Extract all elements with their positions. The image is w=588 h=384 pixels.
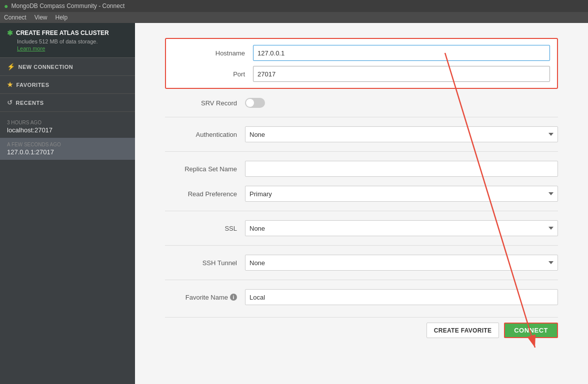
title-text: MongoDB Compass Community - Connect xyxy=(11,2,124,9)
recent-item-host-0: localhost:27017 xyxy=(7,126,128,134)
favorite-name-label-container: Favorite Name i xyxy=(165,294,245,301)
recents-section: ↺ RECENTS xyxy=(0,94,135,112)
favorite-name-input[interactable] xyxy=(245,289,558,305)
ssh-tunnel-row: SSH Tunnel None Use Password Use Identit… xyxy=(165,255,558,271)
new-connection-title[interactable]: ⚡ NEW CONNECTION xyxy=(7,63,128,70)
replica-set-label: Replica Set Name xyxy=(165,165,245,173)
read-preference-label: Read Preference xyxy=(165,190,245,198)
sidebar: ✱ CREATE FREE ATLAS CLUSTER Includes 512… xyxy=(0,23,135,384)
atlas-banner-subtitle: Includes 512 MB of data storage. xyxy=(7,38,128,44)
ssl-label: SSL xyxy=(165,225,245,232)
favorite-name-info-icon[interactable]: i xyxy=(230,294,237,301)
title-bar: ● MongoDB Compass Community - Connect xyxy=(0,0,588,12)
atlas-learn-more-link[interactable]: Learn more xyxy=(7,45,128,51)
menu-view[interactable]: View xyxy=(34,14,48,21)
menu-connect[interactable]: Connect xyxy=(4,14,26,21)
hostname-row: Hostname xyxy=(173,45,550,61)
replica-set-row: Replica Set Name xyxy=(165,161,558,177)
atlas-icon: ✱ xyxy=(7,29,13,37)
divider-4 xyxy=(165,245,558,246)
replica-set-input[interactable] xyxy=(245,161,558,177)
favorite-name-label: Favorite Name xyxy=(186,294,228,301)
ssh-tunnel-select[interactable]: None Use Password Use Identity File xyxy=(245,255,558,271)
recents-icon: ↺ xyxy=(7,99,13,106)
recent-item-localhost[interactable]: 3 HOURS AGO localhost:27017 xyxy=(0,116,135,138)
srv-record-toggle[interactable] xyxy=(245,98,265,108)
port-input[interactable] xyxy=(253,66,550,82)
ssl-row: SSL None System CA / Atlas Deployment Se… xyxy=(165,220,558,236)
recent-items-list: 3 HOURS AGO localhost:27017 A FEW SECOND… xyxy=(0,112,135,160)
hostname-input[interactable] xyxy=(253,45,550,61)
port-label: Port xyxy=(173,70,253,78)
favorites-icon: ★ xyxy=(7,81,14,88)
recent-item-time-1: A FEW SECONDS AGO xyxy=(7,142,128,147)
srv-record-row: SRV Record xyxy=(165,98,558,108)
recents-label: RECENTS xyxy=(16,100,44,106)
favorites-title[interactable]: ★ FAVORITES xyxy=(7,81,128,88)
menu-bar: Connect View Help xyxy=(0,12,588,23)
menu-help[interactable]: Help xyxy=(56,14,68,21)
new-connection-section[interactable]: ⚡ NEW CONNECTION xyxy=(0,58,135,76)
read-preference-select[interactable]: Primary Primary Preferred Secondary Seco… xyxy=(245,186,558,202)
recents-title[interactable]: ↺ RECENTS xyxy=(7,99,128,106)
title-dot: ● xyxy=(4,2,8,10)
divider-3 xyxy=(165,211,558,211)
read-preference-row: Read Preference Primary Primary Preferre… xyxy=(165,186,558,202)
atlas-banner[interactable]: ✱ CREATE FREE ATLAS CLUSTER Includes 512… xyxy=(0,23,135,58)
new-connection-label: NEW CONNECTION xyxy=(18,64,74,70)
atlas-banner-heading: CREATE FREE ATLAS CLUSTER xyxy=(16,29,109,36)
favorites-section[interactable]: ★ FAVORITES xyxy=(0,76,135,94)
bottom-actions: CREATE FAVORITE CONNECT xyxy=(165,317,558,338)
divider-2 xyxy=(165,151,558,152)
divider-5 xyxy=(165,280,558,280)
recent-item-127[interactable]: A FEW SECONDS AGO 127.0.0.1:27017 xyxy=(0,138,135,160)
main-layout: ✱ CREATE FREE ATLAS CLUSTER Includes 512… xyxy=(0,23,588,384)
content-area: Hostname Port SRV Record Authentication … xyxy=(135,23,588,384)
hostname-label: Hostname xyxy=(173,49,253,57)
recent-item-time-0: 3 HOURS AGO xyxy=(7,120,128,125)
recent-item-host-1: 127.0.0.1:27017 xyxy=(7,148,128,156)
create-favorite-button[interactable]: CREATE FAVORITE xyxy=(426,323,499,338)
authentication-label: Authentication xyxy=(165,131,245,138)
favorites-label: FAVORITES xyxy=(16,82,50,88)
port-row: Port xyxy=(173,66,550,82)
authentication-row: Authentication None Username / Password … xyxy=(165,126,558,142)
authentication-select[interactable]: None Username / Password LDAP X.509 Kerb… xyxy=(245,126,558,142)
ssl-select[interactable]: None System CA / Atlas Deployment Server… xyxy=(245,220,558,236)
hostname-port-box: Hostname Port xyxy=(165,38,558,89)
new-connection-icon: ⚡ xyxy=(7,63,16,70)
srv-record-label: SRV Record xyxy=(165,99,245,107)
ssh-tunnel-label: SSH Tunnel xyxy=(165,259,245,267)
favorite-name-row: Favorite Name i xyxy=(165,289,558,305)
connect-button[interactable]: CONNECT xyxy=(504,323,558,338)
atlas-banner-title: ✱ CREATE FREE ATLAS CLUSTER xyxy=(7,29,128,37)
divider-1 xyxy=(165,117,558,117)
